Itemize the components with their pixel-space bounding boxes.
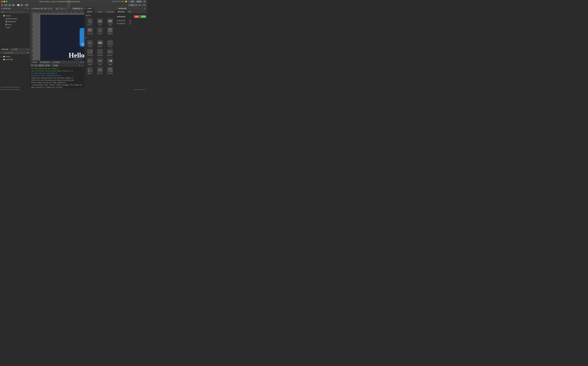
clear-log-btn[interactable]: 🚫 (31, 64, 34, 67)
inspector-tab-service[interactable]: 服务 (127, 10, 133, 13)
assets-sort-btn[interactable]: ⊞ (0, 52, 2, 53)
play-button[interactable]: ▶ (138, 4, 142, 6)
assets-tab-manager[interactable]: 资源管理器 (0, 48, 10, 51)
subtab-custom[interactable]: 自定义控件 (105, 10, 116, 13)
inspector-tab-properties[interactable]: 属性检查器 (116, 10, 127, 13)
mode-btn-1[interactable]: ⬜ (17, 4, 20, 7)
node-video[interactable]: Video Pl... (95, 67, 105, 75)
svg-point-63 (88, 69, 89, 69)
grid-view-btn[interactable]: ⊞ (55, 8, 58, 10)
hierarchy-search-input[interactable] (0, 11, 24, 13)
scene-canvas[interactable]: 700 650 600 550 500 450 400 350 300 250 … (30, 10, 84, 61)
node-particle[interactable]: Particle... (95, 27, 105, 35)
zoom-out-btn[interactable]: 🔍- (40, 8, 44, 10)
hierarchy-search-btn[interactable]: ⚙ (27, 11, 28, 13)
node-editbox[interactable]: EditBox (85, 57, 95, 66)
tree-item-main-camera[interactable]: 📷 Main Camera (0, 17, 30, 20)
tab-preview[interactable]: ▶ 游戏预览 (51, 61, 61, 64)
hierarchy-filter-btn[interactable]: ≡ (28, 11, 29, 13)
tree-item-canvas[interactable]: ▼ 🔲 Canvas (0, 14, 30, 17)
node-richtext[interactable]: TxT Rich Text (85, 27, 95, 35)
node-splash[interactable]: Splash S... (85, 18, 95, 26)
lightning-button[interactable]: ⚡ (4, 4, 8, 7)
camera-view-btn[interactable]: 🎥 (63, 8, 66, 10)
close-button[interactable] (1, 1, 3, 2)
node-tiledmap[interactable]: TiledMap (105, 27, 115, 35)
assets-list-btn[interactable]: ≡ (2, 52, 3, 53)
node-canvas[interactable]: Canvas (85, 39, 95, 48)
tree-item-label[interactable]: T label (0, 26, 30, 29)
tree-item-background[interactable]: 🖼 background (0, 20, 30, 23)
frame-btn[interactable]: ⊡ (50, 8, 52, 10)
project-button[interactable]: 项目 (130, 0, 135, 3)
mode-btn-2[interactable]: ▪ (21, 4, 23, 7)
zoom-in-btn[interactable]: 🔍+ (44, 8, 47, 10)
snap-btn[interactable]: ⋮ (58, 8, 61, 10)
delete-btn[interactable]: 删除 (134, 15, 140, 18)
node-progress[interactable]: Progress... (105, 48, 115, 57)
pageview-icon-box (97, 49, 103, 54)
node-button[interactable]: Button Button (95, 39, 105, 48)
zoom-slider[interactable] (73, 59, 82, 60)
refresh-button[interactable]: ↺ (142, 4, 146, 6)
font-size-select[interactable]: 14 (53, 64, 58, 67)
tab-console[interactable]: ☰ 控制台 (30, 61, 39, 64)
log-level-select[interactable]: 正则 (38, 64, 44, 67)
node-scrollview[interactable]: ScrollView (85, 48, 95, 57)
3d-button[interactable]: 3D (25, 4, 28, 7)
cocos-logo: COCOS 2D-X Hello, World! (69, 28, 84, 59)
subtab-builtin[interactable]: 内置控件 (84, 10, 95, 13)
console-settings[interactable]: ⚙ (79, 64, 81, 67)
node-layout[interactable]: Layout (105, 39, 115, 48)
guide-btn[interactable]: ⊟ (61, 8, 63, 10)
assets-search-input[interactable] (3, 52, 27, 54)
subtab-cloud[interactable]: 云组件 (95, 10, 105, 13)
node-toggle-group[interactable]: Toggle ... (85, 67, 95, 75)
bottom-panel-settings[interactable]: ⚙ (80, 61, 82, 63)
editbox-label: EditBox (88, 64, 92, 65)
node-pageview[interactable]: PageView (95, 48, 105, 57)
apply-btn[interactable]: 应用 (140, 15, 146, 18)
help-button[interactable]: ? (143, 0, 146, 3)
node-sprite[interactable]: Sprite (95, 18, 105, 26)
tab-preview-label: 游戏预览 (54, 61, 60, 63)
bottom-panel-close[interactable]: ✕ (82, 61, 84, 63)
layout-icon-box (107, 40, 113, 46)
lazy-load-checkbox[interactable] (129, 23, 131, 24)
minimize-button[interactable] (3, 1, 5, 2)
node-slider[interactable]: Slider (95, 57, 105, 66)
rect-button[interactable]: ▣ (12, 4, 15, 7)
add-button[interactable]: + (1, 4, 3, 7)
node-webview[interactable]: W WebView (105, 67, 115, 75)
filter-log-btn[interactable]: ⊡ (34, 64, 37, 67)
assets-add-btn[interactable]: + (27, 48, 28, 50)
hierarchy-add-btn[interactable]: + (25, 8, 26, 10)
tab-widget-library[interactable]: 控件库 (86, 7, 93, 10)
hierarchy-settings-btn[interactable]: ⚙ (27, 8, 29, 10)
tree-item-cocos[interactable]: 🖼 cocos (0, 23, 30, 26)
maximize-button[interactable] (6, 1, 8, 2)
canvas-area: COCOS 2D-X Hello, World! (33, 13, 84, 61)
grid-button[interactable]: ⊞ (8, 4, 11, 7)
node-toggle[interactable]: Toggle (105, 57, 115, 66)
asset-item-assets[interactable]: ▶ 📁 assets (0, 55, 30, 58)
auto-release-checkbox[interactable] (129, 20, 131, 22)
canvas-icon-box (87, 40, 93, 46)
center-panel: ☰ 场景编辑器 🔍- 🔍+ ⊙ ⊡ | ⊞ ⋮ ⊟ 🎥 使用鼠标右键平移视图焦点… (30, 7, 84, 88)
tab-animation[interactable]: 🎞 动画编辑器 (39, 61, 51, 64)
assets-tab-cloud[interactable]: ☁ 云函数 (10, 48, 19, 51)
zoom-reset-btn[interactable]: ⊙ (47, 8, 50, 10)
asset-item-internal[interactable]: 📁 internal 🔒 (0, 58, 30, 61)
editor-button[interactable]: 编辑器 (136, 0, 142, 3)
console-close[interactable]: ✕ (81, 64, 84, 67)
hierarchy-search-clear[interactable]: ✕ (25, 11, 26, 13)
browser-dropdown[interactable]: 浏览器 (128, 4, 137, 7)
node-label[interactable]: TXT Label (105, 18, 115, 26)
video-label: Video Pl... (97, 73, 103, 74)
canvas-icon: 🔲 (3, 15, 5, 17)
inspector-settings[interactable]: ⚙ (144, 8, 146, 10)
assets-settings-btn[interactable]: ≡ (28, 48, 30, 50)
assets-search-go[interactable]: 🔍 (27, 52, 29, 53)
log-type-select[interactable]: All (45, 64, 50, 67)
rendering-dropdown[interactable]: Rendering (72, 8, 83, 10)
